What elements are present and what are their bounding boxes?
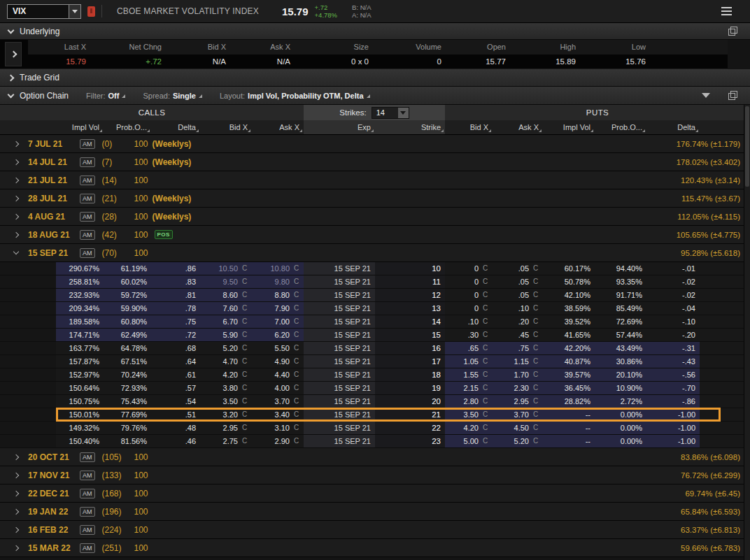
trade-grid-section-header[interactable]: Trade Grid <box>0 69 750 87</box>
left-panel-expander[interactable] <box>5 42 22 66</box>
option-row[interactable]: 189.58%60.80%.756.70C7.00C15 SEP 2114.10… <box>0 315 750 329</box>
option-row[interactable]: 157.87%67.51%.644.70C4.90C15 SEP 21171.0… <box>0 355 750 368</box>
call-ask-cell[interactable]: 9.80C <box>252 275 304 288</box>
option-row[interactable]: 258.81%60.02%.839.50C9.80C15 SEP 21110C.… <box>0 275 750 289</box>
expiration-row[interactable]: 21 JUL 21AM(14)100120.43% (±3.14) <box>0 171 750 189</box>
column-header-call-ask[interactable]: Ask X <box>252 120 304 134</box>
strikes-select[interactable]: 14 <box>372 107 409 119</box>
put-ask-cell[interactable]: .45C <box>493 329 543 341</box>
put-bid-cell[interactable]: 0C <box>445 302 493 315</box>
put-ask-cell[interactable]: 2.30C <box>493 382 543 394</box>
filter-icon[interactable] <box>702 93 710 98</box>
column-header-put-prob-otm[interactable]: Prob.O... <box>595 120 646 134</box>
put-ask-cell[interactable]: .05C <box>493 275 543 288</box>
call-bid-cell[interactable]: 7.60C <box>200 302 252 315</box>
chevron-down-icon[interactable] <box>8 27 15 34</box>
menu-icon[interactable] <box>721 7 732 15</box>
put-bid-cell[interactable]: 0C <box>445 289 493 301</box>
expiration-row[interactable]: 4 AUG 21AM(28)100(Weeklys)112.05% (±4.11… <box>0 208 750 226</box>
expiration-row[interactable]: 14 JUL 21AM(7)100(Weeklys)178.02% (±3.40… <box>0 153 750 171</box>
expiration-row[interactable]: 7 JUL 21AM(0)100(Weeklys)176.74% (±1.179… <box>0 135 750 153</box>
call-bid-cell[interactable]: 3.20C <box>200 408 252 421</box>
expiration-row[interactable]: 16 FEB 22AM(224)10063.37% (±6.813) <box>0 521 750 539</box>
expiration-row[interactable]: 19 JAN 22AM(196)10065.84% (±6.593) <box>0 503 750 521</box>
put-ask-cell[interactable]: 4.50C <box>493 422 543 434</box>
put-ask-cell[interactable]: 1.70C <box>493 368 543 381</box>
column-header-exp[interactable]: Exp <box>304 120 375 134</box>
put-bid-cell[interactable]: 0C <box>445 262 493 275</box>
option-row[interactable]: 149.32%79.76%.482.95C3.10C15 SEP 21224.2… <box>0 422 750 435</box>
put-bid-cell[interactable]: .30C <box>445 329 493 341</box>
put-ask-cell[interactable]: .75C <box>493 342 543 354</box>
chevron-right-icon[interactable] <box>13 490 19 496</box>
call-bid-cell[interactable]: 2.75C <box>200 435 252 447</box>
column-header-strike[interactable]: Strike <box>375 120 445 134</box>
put-ask-cell[interactable]: .05C <box>493 262 543 275</box>
expiration-row[interactable]: 22 DEC 21AM(168)10069.74% (±6.45) <box>0 484 750 503</box>
option-row[interactable]: 232.93%59.72%.818.60C8.80C15 SEP 21120C.… <box>0 289 750 302</box>
chevron-right-icon[interactable] <box>13 231 19 237</box>
column-header-call-bid[interactable]: Bid X <box>200 120 252 134</box>
option-row[interactable]: 152.97%70.24%.614.20C4.40C15 SEP 21181.5… <box>0 368 750 382</box>
option-row[interactable]: 150.75%75.43%.543.50C3.70C15 SEP 21202.8… <box>0 395 750 408</box>
call-ask-cell[interactable]: 7.00C <box>252 315 304 328</box>
put-bid-cell[interactable]: 3.50C <box>445 408 493 421</box>
option-row[interactable]: 150.40%81.56%.462.75C2.90C15 SEP 21235.0… <box>0 435 750 448</box>
chevron-right-icon[interactable] <box>13 213 19 219</box>
chevron-right-icon[interactable] <box>13 195 19 201</box>
option-row[interactable]: 163.77%64.78%.685.20C5.50C15 SEP 2116.65… <box>0 342 750 355</box>
expiration-row[interactable]: 15 SEP 21AM(70)10095.28% (±5.618) <box>0 244 750 262</box>
call-ask-cell[interactable]: 3.10C <box>252 422 304 434</box>
call-ask-cell[interactable]: 10.80C <box>252 262 304 275</box>
filter-control[interactable]: Filter: Off <box>86 92 125 100</box>
put-ask-cell[interactable]: .20C <box>493 315 543 328</box>
chevron-right-icon[interactable] <box>13 159 19 164</box>
call-bid-cell[interactable]: 9.50C <box>200 275 252 288</box>
put-ask-cell[interactable]: .05C <box>493 289 543 301</box>
call-ask-cell[interactable]: 4.00C <box>252 382 304 394</box>
call-ask-cell[interactable]: 3.70C <box>252 395 304 408</box>
put-bid-cell[interactable]: 1.05C <box>445 355 493 368</box>
put-bid-cell[interactable]: 0C <box>445 275 493 288</box>
call-ask-cell[interactable]: 4.40C <box>252 368 304 381</box>
put-ask-cell[interactable]: 1.15C <box>493 355 543 368</box>
column-header-call-delta[interactable]: Delta <box>151 120 200 134</box>
symbol-selector[interactable]: VIX <box>7 4 81 19</box>
expiration-row[interactable]: 18 AUG 21AM(42)100POS105.65% (±4.775) <box>0 226 750 244</box>
call-bid-cell[interactable]: 3.50C <box>200 395 252 408</box>
chevron-right-icon[interactable] <box>13 177 19 182</box>
expiration-row[interactable]: 17 NOV 21AM(133)10076.72% (±6.299) <box>0 466 750 484</box>
call-ask-cell[interactable]: 4.90C <box>252 355 304 368</box>
spread-control[interactable]: Spread: Single <box>143 92 202 100</box>
symbol-dropdown-button[interactable] <box>69 5 80 18</box>
chevron-right-icon[interactable] <box>13 508 19 514</box>
popout-icon[interactable] <box>728 91 737 100</box>
chevron-right-icon[interactable] <box>13 526 19 532</box>
call-bid-cell[interactable]: 5.20C <box>200 342 252 354</box>
chevron-right-icon[interactable] <box>13 545 19 550</box>
scrollbar[interactable] <box>744 105 750 560</box>
call-bid-cell[interactable]: 6.70C <box>200 315 252 328</box>
expiration-row[interactable]: 20 OCT 21AM(105)10083.86% (±6.098) <box>0 448 750 466</box>
call-ask-cell[interactable]: 7.90C <box>252 302 304 315</box>
call-bid-cell[interactable]: 5.90C <box>200 329 252 341</box>
call-bid-cell[interactable]: 10.50C <box>200 262 252 275</box>
chevron-right-icon[interactable] <box>13 141 19 146</box>
column-header-put-delta[interactable]: Delta <box>646 120 700 134</box>
call-ask-cell[interactable]: 8.80C <box>252 289 304 301</box>
chevron-right-icon[interactable] <box>13 472 19 478</box>
put-bid-cell[interactable]: 5.00C <box>445 435 493 447</box>
chevron-right-icon[interactable] <box>13 454 19 459</box>
scrollbar-thumb[interactable] <box>745 106 749 187</box>
option-row[interactable]: 150.64%72.93%.573.80C4.00C15 SEP 21192.1… <box>0 382 750 395</box>
option-row-highlighted[interactable]: 150.01%77.69%.513.20C3.40C15 SEP 21213.5… <box>0 408 750 422</box>
column-header-put-impl-vol[interactable]: Impl Vol <box>543 120 595 134</box>
column-header-call-impl-vol[interactable]: Impl Vol <box>56 120 104 134</box>
layout-control[interactable]: Layout: Impl Vol, Probability OTM, Delta <box>220 92 370 100</box>
expiration-row[interactable]: 28 JUL 21AM(21)100(Weeklys)115.47% (±3.6… <box>0 189 750 208</box>
strikes-dropdown-button[interactable] <box>398 108 409 118</box>
put-bid-cell[interactable]: 2.15C <box>445 382 493 394</box>
put-bid-cell[interactable]: 4.20C <box>445 422 493 434</box>
option-row[interactable]: 209.34%59.90%.787.60C7.90C15 SEP 21130C.… <box>0 302 750 315</box>
put-ask-cell[interactable]: 2.95C <box>493 395 543 408</box>
